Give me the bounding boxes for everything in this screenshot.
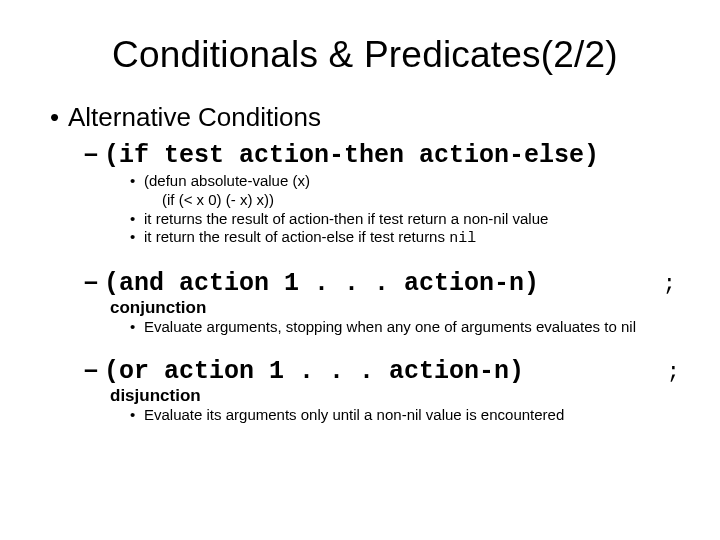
defun-line2: (if (< x 0) (- x) x)) bbox=[130, 191, 680, 210]
and-label: conjunction bbox=[110, 298, 680, 318]
if-note-then: it returns the result of action-then if … bbox=[144, 210, 548, 227]
level3-item: •(defun absolute-value (x) (if (< x 0) (… bbox=[130, 172, 680, 210]
nil-code: nil bbox=[449, 230, 476, 247]
bullet-dot-icon: • bbox=[50, 102, 68, 133]
level2-item-or: –(or action 1 . . . action-n) ; bbox=[84, 355, 680, 386]
level3-item: •it return the result of action-else if … bbox=[130, 228, 680, 249]
defun-line1: (defun absolute-value (x) bbox=[144, 172, 310, 189]
level1-text: Alternative Conditions bbox=[68, 102, 321, 132]
if-note-else: it return the result of action-else if t… bbox=[144, 228, 449, 245]
level3-item: •it returns the result of action-then if… bbox=[130, 210, 680, 229]
and-block: –(and action 1 . . . action-n) ; conjunc… bbox=[50, 267, 680, 337]
semicolon-comment: ; bbox=[524, 360, 680, 385]
slide: Conditionals & Predicates(2/2) •Alternat… bbox=[0, 0, 720, 540]
level3-item: •Evaluate its arguments only until a non… bbox=[130, 406, 680, 425]
and-head-code: (and action 1 . . . action-n) bbox=[104, 269, 539, 298]
bullet-dot-icon: • bbox=[130, 172, 144, 191]
or-head-code: (or action 1 . . . action-n) bbox=[104, 357, 524, 386]
and-note: Evaluate arguments, stopping when any on… bbox=[144, 318, 636, 335]
bullet-dot-icon: • bbox=[130, 318, 144, 337]
level3-item: •Evaluate arguments, stopping when any o… bbox=[130, 318, 680, 337]
level2-item-if: –(if test action-then action-else) bbox=[84, 139, 680, 170]
bullet-dot-icon: • bbox=[130, 228, 144, 247]
content-list: •Alternative Conditions –(if test action… bbox=[50, 102, 680, 425]
bullet-dot-icon: • bbox=[130, 210, 144, 229]
or-block: –(or action 1 . . . action-n) ; disjunct… bbox=[50, 355, 680, 425]
if-head-code: (if test action-then action-else) bbox=[104, 141, 599, 170]
slide-title: Conditionals & Predicates(2/2) bbox=[50, 34, 680, 76]
or-label: disjunction bbox=[110, 386, 680, 406]
bullet-dot-icon: • bbox=[130, 406, 144, 425]
level2-item-and: –(and action 1 . . . action-n) ; bbox=[84, 267, 680, 298]
or-note: Evaluate its arguments only until a non-… bbox=[144, 406, 564, 423]
level1-item: •Alternative Conditions bbox=[50, 102, 680, 133]
if-block: –(if test action-then action-else) •(def… bbox=[50, 139, 680, 249]
dash-icon: – bbox=[84, 267, 104, 296]
semicolon-comment: ; bbox=[539, 272, 680, 297]
dash-icon: – bbox=[84, 139, 104, 168]
dash-icon: – bbox=[84, 355, 104, 384]
